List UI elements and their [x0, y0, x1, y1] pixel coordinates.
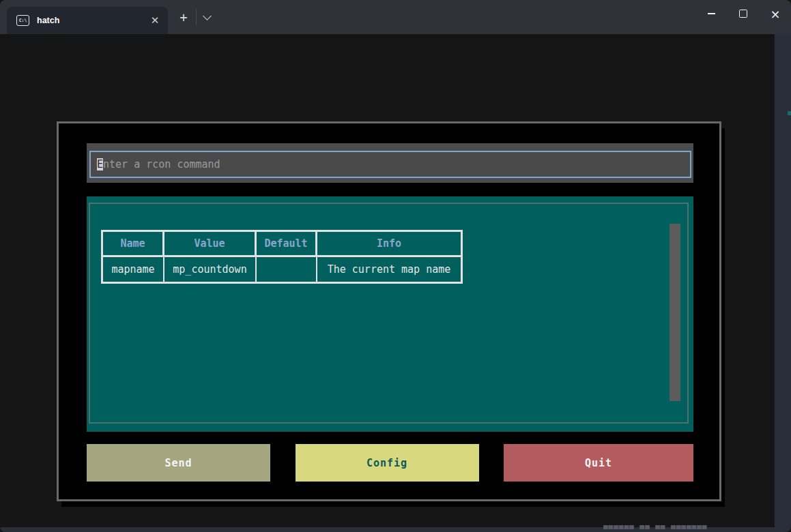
maximize-icon [739, 10, 747, 18]
terminal-viewport: Enter a rcon command Name Value Default … [0, 34, 775, 527]
text-cursor: E [97, 158, 103, 171]
plus-icon: + [179, 10, 187, 25]
chevron-down-icon [203, 12, 212, 20]
column-header-value: Value [164, 232, 257, 257]
scroll-position-mark [788, 111, 791, 115]
rcon-command-panel: Enter a rcon command [87, 143, 693, 183]
window-close-button[interactable]: × [760, 0, 791, 27]
column-header-name: Name [103, 232, 164, 257]
minimize-button[interactable] [695, 0, 727, 27]
table-header-row: Name Value Default Info [103, 232, 461, 257]
minimize-icon [708, 13, 715, 14]
app-window: Enter a rcon command Name Value Default … [57, 121, 721, 501]
cell-name: mapname [103, 257, 164, 282]
tab-close-button[interactable]: ✕ [145, 10, 165, 31]
input-placeholder: nter a rcon command [103, 158, 220, 171]
rcon-command-input[interactable]: Enter a rcon command [89, 151, 691, 178]
config-button[interactable]: Config [296, 444, 479, 482]
tab-hatch[interactable]: C:\ hatch ✕ [7, 7, 168, 34]
column-header-default: Default [257, 232, 317, 257]
right-gutter [775, 34, 791, 532]
cell-default [257, 257, 317, 282]
titlebar: C:\ hatch ✕ + × [0, 0, 791, 34]
tab-title: hatch [37, 16, 145, 25]
maximize-button[interactable] [728, 0, 759, 27]
scrollbar-thumb[interactable] [670, 224, 680, 401]
action-button-row: Send Config Quit [87, 444, 693, 482]
close-icon: × [770, 7, 780, 21]
clipped-text-fragment: ▀▀▀▀▀▀ ▀▀ ▀▀ ▀▀▀▀▀▀▀ [603, 525, 774, 532]
terminal-window: { "titlebar": { "tab": { "title": "hatch… [0, 0, 791, 532]
cvar-table: Name Value Default Info mapname mp_count… [101, 230, 463, 284]
quit-button[interactable]: Quit [504, 444, 693, 482]
cell-info: The current map name [317, 257, 461, 282]
cell-value: mp_countdown [164, 257, 257, 282]
tab-dropdown-button[interactable] [197, 7, 217, 27]
close-icon: ✕ [151, 14, 160, 27]
new-tab-button[interactable]: + [173, 7, 194, 27]
send-button[interactable]: Send [87, 444, 270, 482]
column-header-info: Info [317, 232, 461, 257]
results-panel: Name Value Default Info mapname mp_count… [87, 196, 693, 432]
terminal-icon: C:\ [16, 15, 29, 26]
table-row[interactable]: mapname mp_countdown The current map nam… [103, 257, 461, 282]
